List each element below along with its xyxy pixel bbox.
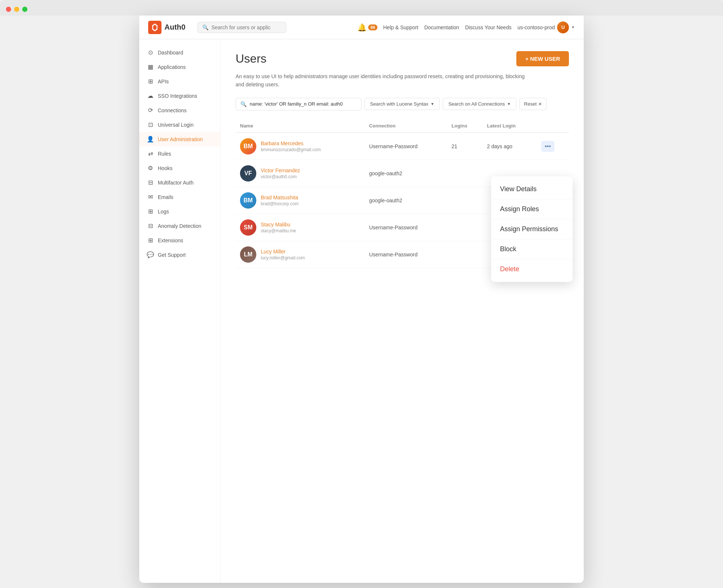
user-menu[interactable]: us-contoso-prod U ▼ bbox=[517, 21, 575, 33]
lucene-syntax-button[interactable]: Search with Lucene Syntax ▼ bbox=[364, 98, 440, 110]
context-menu-assign-roles[interactable]: Assign Roles bbox=[491, 199, 573, 219]
search-input[interactable] bbox=[250, 101, 353, 107]
sidebar-item-user-admin[interactable]: 👤 User Administration bbox=[139, 132, 220, 146]
sidebar-item-anomaly[interactable]: ⊟ Anomaly Detection bbox=[139, 219, 220, 233]
latest-login-cell-barbara: 2 days ago bbox=[483, 133, 537, 160]
hooks-icon: ⚙ bbox=[147, 165, 154, 172]
sidebar-item-emails[interactable]: ✉ Emails bbox=[139, 190, 220, 204]
sidebar-item-label: Applications bbox=[158, 64, 186, 70]
logins-cell-victor bbox=[447, 160, 483, 187]
search-icon: 🔍 bbox=[240, 101, 247, 107]
user-name-stacy[interactable]: Stacy Malibu bbox=[261, 222, 296, 227]
sidebar-item-label: Rules bbox=[158, 151, 171, 157]
user-avatar-brad: BM bbox=[240, 192, 256, 209]
user-avatar-stacy: SM bbox=[240, 219, 256, 236]
user-cell-stacy: SM Stacy Malibu stacy@malibu.me bbox=[236, 214, 364, 241]
global-search-bar[interactable]: 🔍 bbox=[197, 22, 286, 33]
sidebar-item-apis[interactable]: ⊞ APIs bbox=[139, 74, 220, 89]
col-name: Name bbox=[236, 119, 364, 133]
sidebar-item-label: SSO Integrations bbox=[158, 93, 197, 99]
user-cell-lucy: LM Lucy Miller lucy.miller@gmail.com bbox=[236, 241, 364, 268]
sidebar-item-label: User Administration bbox=[158, 136, 203, 142]
page-title: Users bbox=[236, 52, 267, 66]
user-avatar-lucy: LM bbox=[240, 246, 256, 263]
user-email-brad: brad@foocorp.com bbox=[261, 201, 299, 206]
dashboard-icon: ⊙ bbox=[147, 49, 154, 56]
sidebar-item-label: Anomaly Detection bbox=[158, 223, 201, 229]
user-cell-barbara: BM Barbara Mercedes bmmunozcruzado@gmail… bbox=[236, 133, 364, 160]
sidebar-item-dashboard[interactable]: ⊙ Dashboard bbox=[139, 45, 220, 60]
sidebar: ⊙ Dashboard ▦ Applications ⊞ APIs ☁ SSO … bbox=[139, 39, 221, 583]
connection-cell-victor: google-oauth2 bbox=[364, 160, 447, 187]
sidebar-item-label: Logs bbox=[158, 209, 169, 215]
context-menu-block[interactable]: Block bbox=[491, 239, 573, 259]
user-name-lucy[interactable]: Lucy Miller bbox=[261, 249, 305, 255]
context-menu-delete[interactable]: Delete bbox=[491, 259, 573, 279]
connections-icon: ⟳ bbox=[147, 107, 154, 114]
col-logins: Logins bbox=[447, 119, 483, 133]
sidebar-item-hooks[interactable]: ⚙ Hooks bbox=[139, 161, 220, 175]
actions-cell-barbara: ••• bbox=[537, 133, 569, 160]
bell-icon: 🔔 bbox=[357, 23, 367, 32]
user-admin-icon: 👤 bbox=[147, 136, 154, 143]
user-name-barbara[interactable]: Barbara Mercedes bbox=[261, 140, 321, 146]
connection-cell-brad: google-oauth2 bbox=[364, 187, 447, 214]
col-actions bbox=[537, 119, 569, 133]
col-connection: Connection bbox=[364, 119, 447, 133]
close-button[interactable] bbox=[6, 7, 11, 12]
sidebar-item-sso[interactable]: ☁ SSO Integrations bbox=[139, 89, 220, 103]
discuss-link[interactable]: Discuss Your Needs bbox=[465, 24, 512, 30]
anomaly-icon: ⊟ bbox=[147, 222, 154, 229]
sidebar-item-universal-login[interactable]: ⊡ Universal Login bbox=[139, 117, 220, 132]
documentation-link[interactable]: Documentation bbox=[424, 24, 459, 30]
avatar: U bbox=[557, 21, 569, 33]
context-menu-assign-permissions[interactable]: Assign Permissions bbox=[491, 219, 573, 239]
sidebar-item-applications[interactable]: ▦ Applications bbox=[139, 60, 220, 74]
rules-icon: ⇄ bbox=[147, 150, 154, 157]
sidebar-item-label: Hooks bbox=[158, 165, 173, 171]
logs-icon: ⊞ bbox=[147, 208, 154, 215]
all-connections-button[interactable]: Search on All Connections ▼ bbox=[443, 98, 516, 110]
user-name-victor[interactable]: Victor Fernandez bbox=[261, 167, 300, 173]
user-avatar-barbara: BM bbox=[240, 138, 256, 155]
auth0-logo-icon bbox=[148, 21, 161, 34]
avatar-initials: U bbox=[561, 24, 564, 30]
sidebar-item-rules[interactable]: ⇄ Rules bbox=[139, 146, 220, 161]
applications-icon: ▦ bbox=[147, 63, 154, 70]
user-name-brad[interactable]: Brad Matsushita bbox=[261, 195, 299, 200]
logins-cell-barbara: 21 bbox=[447, 133, 483, 160]
sidebar-item-logs[interactable]: ⊞ Logs bbox=[139, 204, 220, 219]
context-menu-view-details[interactable]: View Details bbox=[491, 179, 573, 199]
row-action-button-barbara[interactable]: ••• bbox=[541, 141, 555, 152]
sidebar-item-label: Extensions bbox=[158, 237, 183, 243]
connection-cell-stacy: Username-Password bbox=[364, 214, 447, 241]
lucene-syntax-label: Search with Lucene Syntax bbox=[370, 101, 429, 107]
sso-icon: ☁ bbox=[147, 92, 154, 99]
sidebar-item-get-support[interactable]: 💬 Get Support bbox=[139, 248, 220, 262]
reset-button[interactable]: Reset ✕ bbox=[519, 98, 547, 110]
user-cell-victor: VF Victor Fernandez victor@auth0.com bbox=[236, 160, 364, 187]
apis-icon: ⊞ bbox=[147, 78, 154, 85]
logins-cell-stacy bbox=[447, 214, 483, 241]
extensions-icon: ⊞ bbox=[147, 237, 154, 244]
emails-icon: ✉ bbox=[147, 193, 154, 200]
user-search-bar[interactable]: 🔍 bbox=[236, 98, 362, 110]
sidebar-item-label: APIs bbox=[158, 79, 169, 84]
connection-cell-lucy: Username-Password bbox=[364, 241, 447, 268]
mfa-icon: ⊟ bbox=[147, 179, 154, 186]
new-user-button[interactable]: + NEW USER bbox=[516, 51, 569, 66]
sidebar-item-connections[interactable]: ⟳ Connections bbox=[139, 103, 220, 117]
help-support-link[interactable]: Help & Support bbox=[383, 24, 419, 30]
support-icon: 💬 bbox=[147, 251, 154, 258]
all-connections-label: Search on All Connections bbox=[448, 101, 504, 107]
sidebar-item-mfa[interactable]: ⊟ Multifactor Auth bbox=[139, 175, 220, 190]
minimize-button[interactable] bbox=[14, 7, 19, 12]
maximize-button[interactable] bbox=[22, 7, 27, 12]
global-search-input[interactable] bbox=[211, 24, 271, 30]
logo[interactable]: Auth0 bbox=[148, 21, 186, 34]
notifications-bell[interactable]: 🔔 99 bbox=[357, 23, 377, 32]
chevron-down-icon: ▼ bbox=[507, 102, 511, 106]
sidebar-item-extensions[interactable]: ⊞ Extensions bbox=[139, 233, 220, 248]
col-latest-login: Latest Login bbox=[483, 119, 537, 133]
table-header: Name Connection Logins Latest Login bbox=[236, 119, 569, 133]
